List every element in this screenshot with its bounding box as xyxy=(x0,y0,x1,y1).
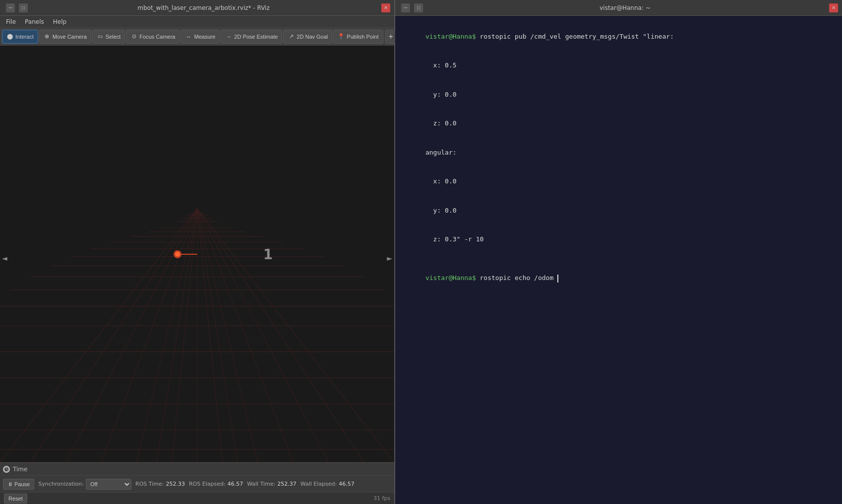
rviz-toolbar: ⬤ Interact ⊕ Move Camera ▭ Select ⊙ Focu… xyxy=(0,28,394,46)
nav-goal-btn[interactable]: ↗ 2D Nav Goal xyxy=(283,30,332,44)
sync-select[interactable]: Off Exact Approximate xyxy=(86,479,131,490)
terminal-line-8: z: 0.3" -r 10 xyxy=(402,225,835,254)
ros-elapsed-group: ROS Elapsed: 46.57 xyxy=(189,481,243,487)
collapse-left-btn[interactable]: ◄ xyxy=(2,254,7,262)
time-panel-label: Time xyxy=(13,466,27,473)
terminal-titlebar: ─ □ vistar@Hanna: ~ ✕ xyxy=(395,0,842,16)
publish-point-btn[interactable]: 📍 Publish Point xyxy=(333,30,383,44)
wall-elapsed-label: Wall Elapsed: xyxy=(301,481,337,487)
rviz-menubar: File Panels Help xyxy=(0,16,394,28)
output-8: z: 0.3" -r 10 xyxy=(425,235,483,243)
rviz-minimize-btn[interactable]: ─ xyxy=(6,3,15,12)
interact-icon: ⬤ xyxy=(6,33,13,40)
sync-control: Synchronization: Off Exact Approximate xyxy=(38,479,131,490)
output-7: y: 0.0 xyxy=(425,207,457,214)
rviz-titlebar: ─ □ mbot_with_laser_camera_arbotix.rviz*… xyxy=(0,0,394,16)
robot-marker xyxy=(168,244,178,254)
svg-line-28 xyxy=(197,209,294,462)
move-camera-btn[interactable]: ⊕ Move Camera xyxy=(39,30,91,44)
pose-estimate-btn[interactable]: → 2D Pose Estimate xyxy=(221,30,282,44)
terminal-line-1: vistar@Hanna$ rostopic pub /cmd_vel geom… xyxy=(402,22,835,51)
rviz-statusbar: Reset 31 fps xyxy=(0,492,394,504)
move-camera-icon: ⊕ xyxy=(44,33,51,40)
output-4: z: 0.0 xyxy=(425,119,457,127)
cmd-text-1: rostopic pub /cmd_vel geometry_msgs/Twis… xyxy=(476,33,674,40)
collapse-right-btn[interactable]: ► xyxy=(387,254,392,262)
ros-elapsed-label: ROS Elapsed: xyxy=(189,481,226,487)
terminal-panel: ─ □ vistar@Hanna: ~ ✕ vistar@Hanna$ rost… xyxy=(395,0,842,504)
rviz-close-btn[interactable]: ✕ xyxy=(381,3,390,12)
output-3: y: 0.0 xyxy=(425,91,457,98)
prompt-1: vistar@Hanna$ xyxy=(425,33,476,40)
wall-elapsed-value: 46.57 xyxy=(339,481,355,487)
pose-estimate-icon: → xyxy=(225,33,232,40)
wall-time-group: Wall Time: 252.37 xyxy=(247,481,297,487)
ros-elapsed-value: 46.57 xyxy=(228,481,243,487)
measure-icon: ↔ xyxy=(185,33,192,40)
terminal-line-6: x: 0.0 xyxy=(402,167,835,196)
measure-btn[interactable]: ↔ Measure xyxy=(180,30,220,44)
wall-elapsed-group: Wall Elapsed: 46.57 xyxy=(301,481,355,487)
wall-time-value: 252.37 xyxy=(277,481,297,487)
time-panel-header: Time × xyxy=(0,462,394,475)
pause-icon: ⏸ xyxy=(7,481,13,487)
terminal-line-blank xyxy=(402,254,835,264)
rviz-viewport[interactable]: 1 ◄ ► xyxy=(0,46,394,462)
terminal-maximize-btn[interactable]: □ xyxy=(414,3,423,12)
ros-time-label: ROS Time: xyxy=(135,481,164,487)
terminal-current-line: vistar@Hanna$ rostopic echo /odom xyxy=(402,264,835,293)
focus-camera-icon: ⊙ xyxy=(130,33,137,40)
focus-camera-btn[interactable]: ⊙ Focus Camera xyxy=(126,30,180,44)
terminal-line-4: z: 0.0 xyxy=(402,109,835,138)
select-btn[interactable]: ▭ Select xyxy=(92,30,125,44)
time-controls-bar: ⏸ Pause Synchronization: Off Exact Appro… xyxy=(0,475,394,492)
terminal-line-5: angular: xyxy=(402,138,835,167)
rviz-panel: ─ □ mbot_with_laser_camera_arbotix.rviz*… xyxy=(0,0,395,504)
svg-line-22 xyxy=(197,209,395,462)
terminal-line-7: y: 0.0 xyxy=(402,196,835,225)
select-icon: ▭ xyxy=(97,33,104,40)
terminal-window-title: vistar@Hanna: ~ xyxy=(423,4,827,11)
output-5: angular: xyxy=(425,149,457,156)
current-prompt: vistar@Hanna$ xyxy=(425,274,476,281)
terminal-content[interactable]: vistar@Hanna$ rostopic pub /cmd_vel geom… xyxy=(395,16,842,504)
svg-line-41 xyxy=(6,469,7,470)
menu-help[interactable]: Help xyxy=(49,17,70,26)
reset-btn[interactable]: Reset xyxy=(4,494,27,504)
nav-goal-icon: ↗ xyxy=(288,33,295,40)
viewport-number: 1 xyxy=(263,246,273,262)
output-6: x: 0.0 xyxy=(425,177,457,185)
svg-line-24 xyxy=(197,209,364,462)
time-icon xyxy=(3,466,10,473)
terminal-cursor xyxy=(557,275,558,282)
rviz-window-title: mbot_with_laser_camera_arbotix.rviz* - R… xyxy=(28,4,379,11)
svg-point-38 xyxy=(175,252,180,257)
interact-btn[interactable]: ⬤ Interact xyxy=(2,30,38,44)
rviz-maximize-btn[interactable]: □ xyxy=(19,3,28,12)
menu-panels[interactable]: Panels xyxy=(21,17,48,26)
publish-point-icon: 📍 xyxy=(338,33,345,40)
menu-file[interactable]: File xyxy=(2,17,20,26)
pause-btn[interactable]: ⏸ Pause xyxy=(3,479,34,490)
output-2: x: 0.5 xyxy=(425,61,457,69)
wall-time-label: Wall Time: xyxy=(247,481,275,487)
terminal-close-btn[interactable]: ✕ xyxy=(829,3,838,12)
terminal-line-2: x: 0.5 xyxy=(402,51,835,80)
fps-display: 31 fps xyxy=(373,495,390,502)
current-cmd-text: rostopic echo /odom xyxy=(476,274,557,281)
terminal-minimize-btn[interactable]: ─ xyxy=(401,3,410,12)
terminal-line-3: y: 0.0 xyxy=(402,80,835,109)
sync-label: Synchronization: xyxy=(38,481,84,487)
robot-marker-svg xyxy=(168,244,207,264)
ros-time-group: ROS Time: 252.33 xyxy=(135,481,185,487)
ros-time-value: 252.33 xyxy=(166,481,185,487)
